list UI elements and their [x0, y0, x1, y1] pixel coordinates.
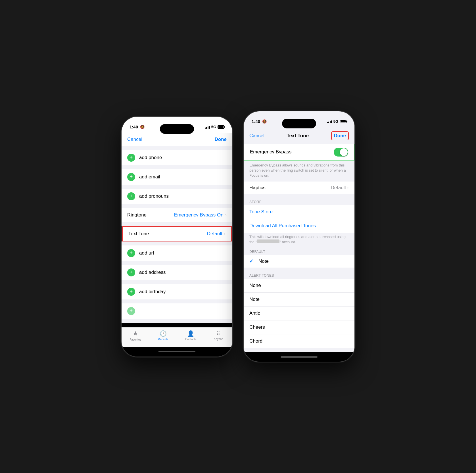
partial-item[interactable]: + [122, 303, 232, 319]
scroll-area[interactable]: + add phone + add email + add pronouns [122, 146, 232, 327]
text-tone-chevron: › [224, 231, 226, 236]
battery [218, 125, 224, 129]
time-display: 1:40 [130, 124, 138, 129]
silent-icon-2: 🔕 [262, 119, 267, 124]
dynamic-island [160, 124, 194, 134]
download-all-item[interactable]: Download All Purchased Tones [244, 219, 354, 233]
ringtone-item[interactable]: Ringtone Emergency Bypass On › [122, 208, 232, 222]
tone-store-item[interactable]: Tone Store [244, 205, 354, 219]
ringtone-section: Ringtone Emergency Bypass On › [122, 208, 232, 222]
bar1 [205, 128, 206, 129]
note-default-item[interactable]: ✓ Note [244, 255, 354, 268]
keypad-icon: ⠿ [216, 330, 220, 337]
ringtone-chevron: › [225, 212, 227, 218]
add-birthday-item[interactable]: + add birthday [122, 284, 232, 299]
bar3-2 [330, 121, 331, 123]
gap5 [122, 222, 232, 226]
add-email-icon: + [127, 173, 135, 181]
add-pronouns-icon: + [127, 192, 135, 200]
bar1-2 [327, 122, 328, 123]
status-right: 5G [205, 125, 224, 129]
add-email-item[interactable]: + add email [122, 169, 232, 185]
store-section: Tone Store Download All Purchased Tones [244, 205, 354, 233]
alert-antic-item[interactable]: Antic [244, 307, 354, 320]
time-left: 1:40 🔕 [130, 124, 145, 129]
dynamic-island-2 [282, 119, 316, 128]
text-tone-item[interactable]: Text Tone Default › [123, 227, 231, 241]
add-url-item[interactable]: + add url [122, 245, 232, 261]
gap6 [122, 241, 232, 245]
add-address-item[interactable]: + add address [122, 265, 232, 280]
haptics-chevron: › [347, 185, 349, 191]
emergency-bypass-row[interactable]: Emergency Bypass [244, 144, 354, 161]
emergency-bypass-toggle[interactable] [334, 148, 348, 157]
add-url-label: add url [139, 250, 227, 256]
alert-note-item[interactable]: Note [244, 293, 354, 307]
add-birthday-icon: + [127, 288, 135, 296]
favorites-label: Favorites [130, 338, 141, 341]
tab-favorites[interactable]: ★ Favorites [122, 330, 149, 341]
add-address-label: add address [139, 270, 227, 275]
add-pronouns-item[interactable]: + add pronouns [122, 189, 232, 204]
silent-icon: 🔕 [140, 125, 145, 129]
bar4-2 [331, 120, 332, 123]
description-text: Emergency Bypass allows sounds and vibra… [249, 163, 346, 178]
ringtone-value: Emergency Bypass On [174, 212, 224, 218]
haptics-value: Default [331, 185, 346, 191]
bottom-gap [244, 348, 354, 352]
bar2-2 [328, 122, 329, 123]
network-label-2: 5G [333, 119, 338, 124]
contacts-label: Contacts [185, 338, 196, 341]
emergency-bypass-description: Emergency Bypass allows sounds and vibra… [244, 161, 354, 182]
time-left-2: 1:40 🔕 [252, 119, 267, 124]
add-pronouns-section: + add pronouns [122, 189, 232, 204]
gap3 [122, 185, 232, 189]
home-bar-2 [281, 356, 318, 358]
add-address-icon: + [127, 268, 135, 276]
text-tone-value: Default [207, 231, 222, 237]
checkmark-icon: ✓ [249, 258, 255, 264]
gap4 [122, 204, 232, 208]
phone-2: 1:40 🔕 5G Cancel Text Tone [244, 111, 354, 362]
phone1-screen: Cancel Done + add phone + add email [122, 133, 232, 347]
bar3 [208, 126, 208, 129]
add-phone-item[interactable]: + add phone [122, 150, 232, 165]
favorites-icon: ★ [133, 330, 138, 337]
done-button-2[interactable]: Done [331, 131, 349, 140]
add-phone-icon: + [127, 154, 135, 162]
nav-bar: Cancel Done [122, 133, 232, 146]
keypad-label: Keypad [214, 337, 223, 341]
scroll-area-2[interactable]: Emergency Bypass Emergency Bypass allows… [244, 144, 354, 352]
ringtone-label: Ringtone [127, 212, 174, 218]
account-blurred [257, 239, 279, 243]
default-section: ✓ Note [244, 255, 354, 268]
alert-chord-item[interactable]: Chord [244, 334, 354, 348]
tab-recents[interactable]: 🕐 Recents [149, 330, 177, 341]
add-url-section: + add url [122, 245, 232, 261]
alert-cheers-item[interactable]: Cheers [244, 320, 354, 334]
tab-contacts[interactable]: 👤 Contacts [177, 330, 205, 341]
cancel-button-2[interactable]: Cancel [249, 133, 264, 139]
partial-icon: + [127, 307, 135, 315]
done-button[interactable]: Done [215, 137, 227, 142]
signal-bars [205, 125, 210, 129]
text-tone-label: Text Tone [128, 231, 207, 237]
tab-keypad[interactable]: ⠿ Keypad [205, 330, 233, 341]
alert-gap [244, 268, 354, 272]
battery-fill [218, 126, 224, 128]
signal-bars-2 [327, 120, 332, 123]
phone2-screen: Cancel Text Tone Done Emergency Bypass E… [244, 128, 354, 352]
store-gap [244, 194, 354, 198]
haptics-row[interactable]: Haptics Default › [244, 182, 354, 194]
add-birthday-section: + add birthday [122, 284, 232, 299]
nav-bar-2: Cancel Text Tone Done [244, 128, 354, 144]
home-bar [158, 351, 195, 352]
alert-none-item[interactable]: None [244, 279, 354, 293]
gap8 [122, 280, 232, 284]
page-title: Text Tone [287, 133, 309, 139]
alert-tones-header: ALERT TONES [244, 272, 354, 279]
add-phone-label: add phone [139, 155, 227, 161]
time-display-2: 1:40 [252, 119, 260, 124]
cancel-button[interactable]: Cancel [127, 137, 142, 142]
recents-label: Recents [158, 338, 168, 341]
